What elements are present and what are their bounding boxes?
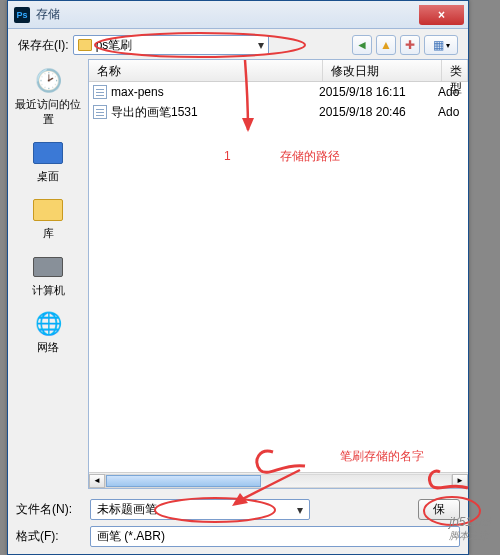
col-type[interactable]: 类型 <box>442 60 468 81</box>
up-icon: ▲ <box>380 38 392 52</box>
file-icon <box>93 105 107 119</box>
format-dropdown[interactable]: 画笔 (*.ABR) <box>90 526 460 547</box>
format-label: 格式(F): <box>16 528 84 545</box>
scroll-left-button[interactable]: ◄ <box>89 474 105 488</box>
network-icon: 🌐 <box>32 310 64 338</box>
save-dialog: Ps 存储 × 保存在(I): ps笔刷 ▾ ◄ ▲ ✚ ▦ ▾ 🕑 最近访问的… <box>7 0 469 555</box>
format-row: 格式(F): 画笔 (*.ABR) <box>16 526 460 547</box>
folder-icon <box>78 39 92 51</box>
place-recent[interactable]: 🕑 最近访问的位置 <box>13 63 83 131</box>
filename-value: 未标题画笔 <box>97 501 157 518</box>
chevron-down-icon: ▾ <box>297 503 303 517</box>
filename-input[interactable]: 未标题画笔 ▾ <box>90 499 310 520</box>
file-rows: max-pens 2015/9/18 16:11 Ado 导出的画笔1531 2… <box>89 82 468 472</box>
computer-icon <box>32 253 64 281</box>
list-item[interactable]: 导出的画笔1531 2015/9/18 20:46 Ado <box>89 102 468 122</box>
chevron-down-icon: ▾ <box>446 41 450 50</box>
file-date: 2015/9/18 20:46 <box>319 105 438 119</box>
save-button-label: 保 <box>433 501 445 518</box>
place-label: 最近访问的位置 <box>13 97 83 127</box>
place-label: 库 <box>43 226 54 241</box>
chevron-down-icon: ▾ <box>258 38 264 52</box>
place-label: 网络 <box>37 340 59 355</box>
back-icon: ◄ <box>356 38 368 52</box>
bottom-panel: 文件名(N): 未标题画笔 ▾ 保 格式(F): 画笔 (*.ABR) <box>8 489 468 555</box>
format-value: 画笔 (*.ABR) <box>97 528 165 545</box>
filename-label: 文件名(N): <box>16 501 84 518</box>
close-button[interactable]: × <box>419 5 464 25</box>
file-list[interactable]: 名称 修改日期 类型 max-pens 2015/9/18 16:11 Ado … <box>88 59 468 489</box>
place-label: 桌面 <box>37 169 59 184</box>
file-icon <box>93 85 107 99</box>
watermark: jb51.net 脚本之家 <box>449 515 492 543</box>
toolbar: ◄ ▲ ✚ ▦ ▾ <box>352 35 458 55</box>
dialog-body: 🕑 最近访问的位置 桌面 库 计算机 🌐 网络 名称 <box>8 59 468 489</box>
place-label: 计算机 <box>32 283 65 298</box>
recent-icon: 🕑 <box>32 67 64 95</box>
dialog-title: 存储 <box>36 6 419 23</box>
file-type: Ado <box>438 85 464 99</box>
places-sidebar: 🕑 最近访问的位置 桌面 库 计算机 🌐 网络 <box>8 59 88 489</box>
view-menu-button[interactable]: ▦ ▾ <box>424 35 458 55</box>
list-item[interactable]: max-pens 2015/9/18 16:11 Ado <box>89 82 468 102</box>
new-folder-icon: ✚ <box>405 38 415 52</box>
place-network[interactable]: 🌐 网络 <box>13 306 83 359</box>
place-computer[interactable]: 计算机 <box>13 249 83 302</box>
scroll-track[interactable] <box>105 474 452 488</box>
scroll-thumb[interactable] <box>106 475 261 487</box>
scroll-right-button[interactable]: ► <box>452 474 468 488</box>
file-date: 2015/9/18 16:11 <box>319 85 438 99</box>
horizontal-scrollbar[interactable]: ◄ ► <box>89 472 468 488</box>
file-name: 导出的画笔1531 <box>111 104 319 121</box>
desktop-icon <box>32 139 64 167</box>
col-name[interactable]: 名称 <box>89 60 323 81</box>
up-one-level-button[interactable]: ▲ <box>376 35 396 55</box>
libraries-icon <box>32 196 64 224</box>
location-dropdown[interactable]: ps笔刷 ▾ <box>73 35 269 55</box>
file-name: max-pens <box>111 85 319 99</box>
place-desktop[interactable]: 桌面 <box>13 135 83 188</box>
file-type: Ado <box>438 105 464 119</box>
view-icon: ▦ <box>433 38 444 52</box>
place-libraries[interactable]: 库 <box>13 192 83 245</box>
column-headers: 名称 修改日期 类型 <box>89 60 468 82</box>
new-folder-button[interactable]: ✚ <box>400 35 420 55</box>
back-button[interactable]: ◄ <box>352 35 372 55</box>
titlebar[interactable]: Ps 存储 × <box>8 1 468 29</box>
save-in-label: 保存在(I): <box>18 37 69 54</box>
col-date[interactable]: 修改日期 <box>323 60 442 81</box>
location-value: ps笔刷 <box>96 37 133 54</box>
save-in-row: 保存在(I): ps笔刷 ▾ ◄ ▲ ✚ ▦ ▾ <box>8 29 468 59</box>
photoshop-icon: Ps <box>14 7 30 23</box>
filename-row: 文件名(N): 未标题画笔 ▾ 保 <box>16 499 460 520</box>
